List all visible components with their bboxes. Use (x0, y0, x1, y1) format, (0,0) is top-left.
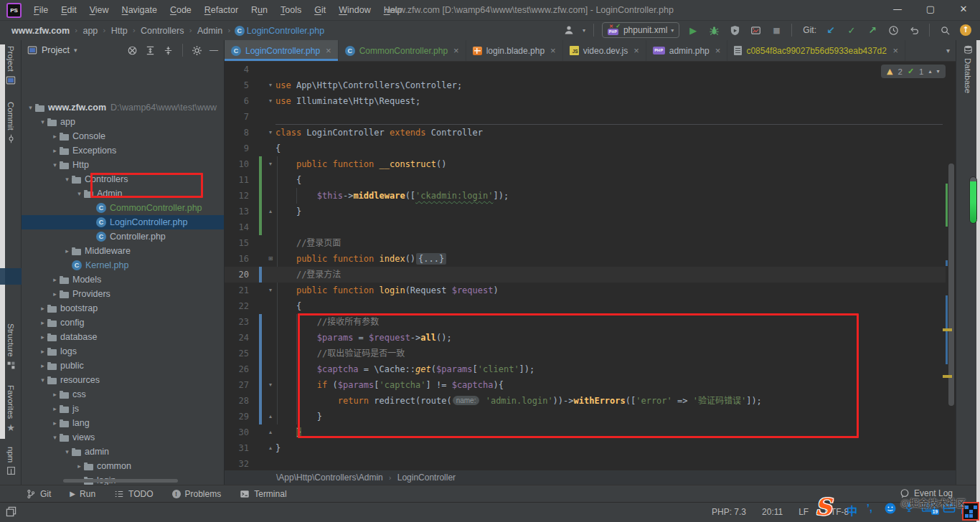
tree-item-js[interactable]: ▸js (22, 402, 225, 416)
tree-chevron-icon[interactable]: ▾ (62, 448, 72, 455)
close-icon[interactable]: × (326, 45, 331, 56)
line-number[interactable]: 20 (225, 267, 249, 283)
tree-chevron-icon[interactable]: ▾ (50, 434, 60, 441)
line-number[interactable]: 16 (225, 251, 249, 267)
tree-chevron-icon[interactable]: ▸ (38, 333, 47, 341)
breadcrumb-item[interactable]: Admin (196, 26, 224, 36)
line-number[interactable]: 10 (225, 156, 249, 172)
tree-chevron-icon[interactable]: ▾ (38, 118, 47, 125)
tree-chevron-icon[interactable]: ▸ (50, 147, 60, 154)
menu-view[interactable]: View (83, 5, 116, 15)
rollback-button[interactable] (907, 22, 921, 38)
tree-item-views[interactable]: ▾views (22, 430, 225, 445)
tree-chevron-icon[interactable]: ▸ (50, 391, 60, 398)
tree-chevron-icon[interactable]: ▾ (38, 376, 47, 384)
tree-chevron-icon[interactable]: ▸ (38, 348, 47, 355)
chevron-down-icon[interactable]: ▾ (74, 47, 77, 54)
minimize-button[interactable]: — (881, 0, 914, 20)
breadcrumb-active-file[interactable]: LoginController.php (247, 26, 324, 36)
line-number[interactable]: 7 (225, 109, 249, 125)
tree-chevron-icon[interactable]: ▸ (50, 133, 60, 140)
tree-chevron-icon[interactable]: ▸ (50, 276, 60, 283)
line-number[interactable]: 27 (225, 377, 249, 393)
profiler-button[interactable] (748, 22, 763, 38)
next-problem-icon[interactable]: ▾ (937, 68, 940, 75)
menu-file[interactable]: File (27, 5, 55, 15)
maximize-button[interactable]: ▢ (914, 0, 947, 20)
fold-close-icon[interactable]: ▴ (265, 440, 275, 456)
git-update-button[interactable]: ↙ (824, 22, 838, 38)
tree-item-bootstrap[interactable]: ▸bootstrap (22, 301, 225, 315)
line-number[interactable]: 32 (225, 456, 249, 470)
tree-chevron-icon[interactable]: ▸ (38, 319, 47, 326)
fold-open-icon[interactable]: ▾ (265, 156, 275, 172)
fold-close-icon[interactable]: ▴ (265, 409, 275, 424)
line-number[interactable]: 14 (225, 219, 249, 235)
line-number[interactable]: 11 (225, 172, 249, 188)
tree-item-admin[interactable]: ▾admin (22, 445, 225, 459)
ime-punctuation-icon[interactable]: ’, (867, 502, 872, 513)
menu-navigate[interactable]: Navigate (116, 5, 164, 15)
sogou-logo-icon[interactable]: S (815, 493, 831, 521)
tree-item-commoncontroller-php[interactable]: CCommonController.php (22, 201, 225, 215)
tree-horizontal-scrollbar[interactable] (63, 479, 178, 483)
fold-folded-icon[interactable]: ⊞ (265, 251, 275, 267)
line-number[interactable]: 23 (225, 314, 249, 330)
fold-close-icon[interactable]: ▴ (265, 424, 275, 440)
gear-icon[interactable] (192, 45, 202, 56)
git-commit-button[interactable]: ✓ (844, 22, 859, 38)
tree-item-http[interactable]: ▾Http (22, 158, 225, 172)
status-item[interactable]: PHP: 7.3 (712, 507, 746, 517)
tab-login-blade-php[interactable]: login.blade.php× (466, 40, 563, 61)
tree-item-www-zfw-com[interactable]: ▾www.zfw.comD:\wamp64\www\test\www (22, 100, 225, 115)
line-number[interactable]: 4 (225, 62, 249, 77)
tree-chevron-icon[interactable]: ▾ (26, 104, 35, 111)
tree-chevron-icon[interactable]: ▸ (38, 362, 47, 369)
fold-open-icon[interactable]: ▾ (265, 93, 275, 109)
editor-scrollbar-thumb[interactable] (948, 163, 954, 406)
tree-chevron-icon[interactable]: ▸ (50, 290, 60, 298)
git-push-button[interactable]: ↗ (865, 22, 880, 38)
close-icon[interactable]: × (550, 45, 556, 56)
menu-code[interactable]: Code (164, 5, 198, 15)
layout-icon[interactable] (6, 506, 17, 517)
breadcrumb-namespace[interactable]: \App\Http\Controllers\Admin (276, 473, 383, 483)
close-icon[interactable]: × (715, 45, 721, 56)
toolwindow-button-terminal[interactable]: Terminal (240, 489, 286, 499)
tab-commoncontroller-php[interactable]: CCommonController.php× (339, 40, 466, 61)
line-number[interactable]: 28 (225, 393, 249, 409)
tree-chevron-icon[interactable]: ▸ (62, 247, 72, 255)
status-item[interactable]: 20:11 (762, 507, 783, 517)
collapse-all-icon[interactable] (163, 45, 174, 56)
tree-item-common[interactable]: ▸common (22, 459, 225, 473)
close-button[interactable]: ✕ (947, 0, 980, 20)
tree-chevron-icon[interactable]: ▸ (50, 419, 60, 427)
emoji-icon[interactable] (884, 502, 897, 517)
line-number[interactable]: 6 (225, 93, 249, 109)
expand-all-icon[interactable] (145, 45, 156, 56)
menu-run[interactable]: Run (245, 5, 274, 15)
menu-refactor[interactable]: Refactor (198, 5, 245, 15)
search-button[interactable] (938, 22, 952, 38)
tab-video-dev-js[interactable]: JSvideo.dev.js× (563, 40, 646, 61)
tree-item-controller-php[interactable]: CController.php (22, 229, 225, 244)
tree-item-public[interactable]: ▸public (22, 359, 225, 373)
close-icon[interactable]: × (633, 45, 639, 56)
line-number[interactable]: 24 (225, 330, 249, 346)
line-number[interactable]: 5 (225, 77, 249, 93)
fold-open-icon[interactable]: ▾ (265, 77, 275, 93)
chevron-down-icon[interactable]: ▾ (583, 27, 585, 34)
tree-item-middleware[interactable]: ▸Middleware (22, 244, 225, 258)
toolwindow-button-problems[interactable]: !Problems (172, 489, 222, 499)
menu-window[interactable]: Window (332, 5, 377, 15)
run-configuration-select[interactable]: ✕✓PHP phpunit.xml ▾ (602, 22, 679, 38)
tree-item-resources[interactable]: ▾resources (22, 373, 225, 387)
inspections-widget[interactable]: ▲ 2 ✓ 1 ▴ ▾ (881, 65, 946, 78)
tree-item-kernel-php[interactable]: CKernel.php (22, 258, 225, 272)
tab-admin-php[interactable]: PHPadmin.php× (646, 40, 728, 61)
tree-item-logs[interactable]: ▸logs (22, 344, 225, 359)
menu-edit[interactable]: Edit (55, 5, 83, 15)
stop-button[interactable]: ■ (769, 22, 783, 38)
breadcrumb-item[interactable]: Http (110, 26, 129, 36)
hide-panel-icon[interactable]: — (209, 45, 218, 55)
